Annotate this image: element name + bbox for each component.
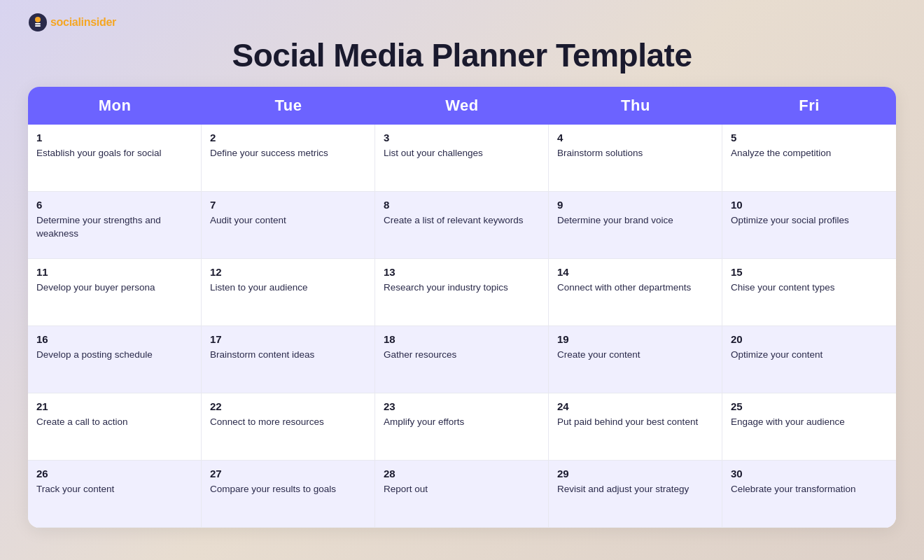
day-task: Develop your buyer persona [36, 281, 192, 295]
day-task: Put paid behind your best content [557, 416, 713, 429]
day-number: 22 [210, 400, 366, 413]
day-number: 11 [36, 266, 192, 279]
day-cell-6[interactable]: 6Determine your strengths and weakness [28, 192, 202, 259]
day-task: Report out [384, 483, 540, 496]
day-task: Track your content [36, 483, 192, 496]
day-number: 16 [36, 333, 192, 346]
day-number: 14 [557, 266, 713, 279]
day-number: 28 [384, 468, 540, 480]
day-task: Create a call to action [36, 416, 192, 429]
day-cell-16[interactable]: 16Develop a posting schedule [28, 326, 202, 393]
day-task: Optimize your content [731, 349, 888, 362]
logo-text: socialinsider [50, 16, 116, 29]
calendar-body: 1Establish your goals for social2Define … [28, 125, 896, 528]
day-cell-3[interactable]: 3List out your challenges [375, 125, 549, 192]
day-cell-21[interactable]: 21Create a call to action [28, 393, 202, 461]
day-task: Optimize your social profiles [731, 214, 888, 227]
day-number: 29 [557, 468, 713, 480]
day-number: 2 [210, 132, 366, 144]
day-cell-23[interactable]: 23Amplify your efforts [375, 393, 549, 461]
header-tue: Tue [202, 87, 375, 125]
day-cell-18[interactable]: 18Gather resources [375, 326, 549, 393]
day-cell-12[interactable]: 12Listen to your audience [202, 259, 375, 326]
day-cell-19[interactable]: 19Create your content [549, 326, 722, 393]
day-number: 24 [557, 400, 713, 413]
day-cell-7[interactable]: 7Audit your content [202, 192, 375, 259]
day-cell-15[interactable]: 15Chise your content types [722, 259, 896, 326]
day-task: Analyze the competition [731, 147, 888, 160]
day-task: Connect to more resources [210, 416, 366, 429]
day-cell-25[interactable]: 25Engage with your audience [722, 393, 896, 461]
svg-point-1 [35, 17, 41, 22]
day-cell-13[interactable]: 13Research your industry topics [375, 259, 549, 326]
day-number: 25 [731, 400, 888, 413]
day-task: Audit your content [210, 214, 366, 227]
calendar-header: Mon Tue Wed Thu Fri [28, 87, 896, 125]
page-title: Social Media Planner Template [232, 36, 692, 74]
day-number: 30 [731, 468, 888, 480]
day-number: 19 [557, 333, 713, 346]
day-cell-20[interactable]: 20Optimize your content [722, 326, 896, 393]
day-task: Brainstorm solutions [557, 147, 713, 160]
day-task: Research your industry topics [384, 281, 540, 295]
day-number: 1 [36, 132, 192, 144]
day-cell-30[interactable]: 30Celebrate your transformation [722, 461, 896, 528]
day-task: Listen to your audience [210, 281, 366, 295]
day-number: 15 [731, 266, 888, 279]
day-cell-11[interactable]: 11Develop your buyer persona [28, 259, 202, 326]
day-number: 23 [384, 400, 540, 413]
day-number: 6 [36, 199, 192, 211]
day-task: Celebrate your transformation [731, 483, 888, 496]
day-task: Define your success metrics [210, 147, 366, 160]
day-number: 18 [384, 333, 540, 346]
header-wed: Wed [375, 87, 549, 125]
day-cell-17[interactable]: 17Brainstorm content ideas [202, 326, 375, 393]
day-task: Amplify your efforts [384, 416, 540, 429]
day-cell-27[interactable]: 27Compare your results to goals [202, 461, 375, 528]
day-cell-24[interactable]: 24Put paid behind your best content [549, 393, 722, 461]
day-cell-1[interactable]: 1Establish your goals for social [28, 125, 202, 192]
logo-icon [28, 13, 48, 32]
day-cell-14[interactable]: 14Connect with other departments [549, 259, 722, 326]
header-mon: Mon [28, 87, 202, 125]
day-cell-26[interactable]: 26Track your content [28, 461, 202, 528]
day-number: 21 [36, 400, 192, 413]
day-cell-5[interactable]: 5Analyze the competition [722, 125, 896, 192]
day-task: Create a list of relevant keywords [384, 214, 540, 227]
day-number: 26 [36, 468, 192, 480]
day-number: 10 [731, 199, 888, 211]
day-cell-9[interactable]: 9Determine your brand voice [549, 192, 722, 259]
day-number: 7 [210, 199, 366, 211]
day-number: 8 [384, 199, 540, 211]
day-number: 4 [557, 132, 713, 144]
day-task: Brainstorm content ideas [210, 349, 366, 362]
day-task: Determine your brand voice [557, 214, 713, 227]
day-number: 20 [731, 333, 888, 346]
day-cell-2[interactable]: 2Define your success metrics [202, 125, 375, 192]
day-task: Establish your goals for social [36, 147, 192, 160]
day-number: 5 [731, 132, 888, 144]
svg-rect-2 [35, 23, 41, 24]
day-number: 9 [557, 199, 713, 211]
calendar: Mon Tue Wed Thu Fri 1Establish your goal… [28, 87, 896, 528]
header-thu: Thu [549, 87, 722, 125]
day-cell-4[interactable]: 4Brainstorm solutions [549, 125, 722, 192]
day-number: 12 [210, 266, 366, 279]
day-task: Determine your strengths and weakness [36, 214, 192, 241]
day-number: 3 [384, 132, 540, 144]
day-number: 17 [210, 333, 366, 346]
day-task: Revisit and adjust your strategy [557, 483, 713, 496]
day-task: Compare your results to goals [210, 483, 366, 496]
day-task: Connect with other departments [557, 281, 713, 295]
day-cell-29[interactable]: 29Revisit and adjust your strategy [549, 461, 722, 528]
day-cell-28[interactable]: 28Report out [375, 461, 549, 528]
day-number: 27 [210, 468, 366, 480]
day-cell-22[interactable]: 22Connect to more resources [202, 393, 375, 461]
day-task: Develop a posting schedule [36, 349, 192, 362]
day-cell-10[interactable]: 10Optimize your social profiles [722, 192, 896, 259]
day-cell-8[interactable]: 8Create a list of relevant keywords [375, 192, 549, 259]
day-task: Create your content [557, 349, 713, 362]
day-task: Gather resources [384, 349, 540, 362]
day-number: 13 [384, 266, 540, 279]
day-task: Engage with your audience [731, 416, 888, 429]
